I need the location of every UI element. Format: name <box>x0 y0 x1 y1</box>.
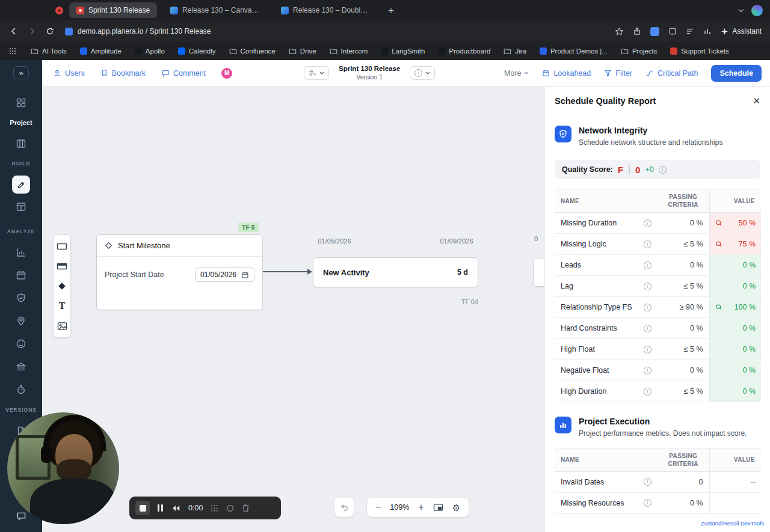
extension-icon[interactable] <box>650 27 659 36</box>
schedule-button[interactable]: Schedule <box>711 65 762 82</box>
filter-button[interactable]: Filter <box>604 69 632 78</box>
bookmark-item[interactable]: Product Demos |... <box>534 46 613 57</box>
expand-sidebar-icon[interactable]: » <box>13 66 29 79</box>
bookmark-item[interactable]: Calendly <box>173 46 221 57</box>
user-avatar[interactable]: M <box>221 68 232 79</box>
comment-button[interactable]: Comment <box>161 69 206 78</box>
bookmark-button[interactable]: Bookmark <box>100 69 146 78</box>
lookahead-label: Lookahead <box>553 69 591 78</box>
rewind-icon[interactable] <box>171 504 180 512</box>
apps-grid-icon[interactable] <box>9 47 16 55</box>
stop-button[interactable] <box>135 501 150 515</box>
chevron-down-icon[interactable] <box>738 8 744 13</box>
info-icon[interactable]: i <box>644 283 651 290</box>
tab-favicon <box>281 7 289 14</box>
info-select[interactable]: i <box>410 66 435 80</box>
rectangle-tool-icon[interactable] <box>55 239 69 254</box>
calendar-icon[interactable] <box>16 270 26 281</box>
stats-icon[interactable] <box>703 27 712 35</box>
bookmark-item[interactable]: Apollo <box>129 46 170 57</box>
circle-icon[interactable] <box>226 504 234 512</box>
bookmark-item[interactable]: Confluence <box>224 46 281 57</box>
location-icon[interactable] <box>16 316 26 326</box>
info-icon[interactable]: i <box>644 499 651 507</box>
browser-tab[interactable]: Release 130 – Double Heigh <box>274 2 378 18</box>
info-icon[interactable]: i <box>644 478 651 486</box>
devtools-link[interactable]: Zustand/Recoil DevTools <box>698 520 764 527</box>
undo-button[interactable] <box>334 498 354 517</box>
bookmark-item[interactable]: Intercom <box>324 46 374 57</box>
pause-icon[interactable] <box>158 504 163 512</box>
critical-path-button[interactable]: Critical Path <box>645 69 698 78</box>
draw-tool-active[interactable] <box>12 176 30 194</box>
grid-dots-icon[interactable] <box>211 504 218 512</box>
browser-tab-active[interactable]: Sprint 130 Release <box>69 2 157 18</box>
info-icon: i <box>414 69 422 77</box>
magnifier-icon[interactable] <box>715 219 722 227</box>
trash-icon[interactable] <box>242 504 250 512</box>
chat-icon[interactable] <box>16 512 26 521</box>
shield-check-icon[interactable] <box>16 293 26 304</box>
pencil-icon <box>16 180 26 189</box>
new-tab-button[interactable]: + <box>388 5 394 16</box>
smiley-icon[interactable] <box>16 338 26 349</box>
users-button[interactable]: Users <box>53 69 85 78</box>
cube-icon[interactable] <box>668 27 677 35</box>
passing-criteria: ≤ 5 % <box>658 234 709 255</box>
bookmark-item[interactable]: Productboard <box>433 46 496 57</box>
fit-screen-icon[interactable] <box>433 503 443 512</box>
info-icon[interactable]: i <box>644 346 651 353</box>
filter-label: Filter <box>615 69 632 78</box>
url-bar[interactable]: demo.app.planera.io / Sprint 130 Release <box>65 27 211 35</box>
calendar-icon <box>542 69 550 77</box>
bookmark-item[interactable]: Support Tickets <box>665 46 734 57</box>
browser-tab[interactable]: Release 130 – Canvas Text V <box>163 2 268 18</box>
info-icon[interactable]: i <box>644 261 651 269</box>
more-button[interactable]: More <box>504 69 529 78</box>
date-input[interactable]: 01/05/2026 <box>195 268 254 282</box>
dependency-arrow <box>263 271 307 272</box>
bookmark-item[interactable]: Projects <box>615 46 663 57</box>
text-tool-icon[interactable]: T <box>55 299 69 313</box>
board-icon[interactable] <box>16 138 26 149</box>
bank-icon[interactable] <box>16 361 26 372</box>
grid-icon[interactable] <box>16 97 26 108</box>
share-icon[interactable] <box>633 27 641 35</box>
zoom-in-button[interactable]: + <box>418 503 424 512</box>
activity-node[interactable]: New Activity 5 d <box>313 257 478 287</box>
back-icon[interactable] <box>10 27 18 35</box>
lookahead-button[interactable]: Lookahead <box>542 69 591 78</box>
info-icon[interactable]: i <box>644 388 651 396</box>
forward-icon[interactable] <box>28 27 36 35</box>
bookmark-item[interactable]: Jira <box>498 46 532 57</box>
layout-select[interactable] <box>304 66 329 80</box>
timer-icon[interactable] <box>16 384 26 395</box>
milestone-node[interactable]: Start Milestone Project Start Date 01/05… <box>96 234 263 310</box>
info-icon[interactable]: i <box>644 240 651 248</box>
info-icon[interactable]: i <box>644 219 651 227</box>
table-icon[interactable] <box>16 201 26 212</box>
chart-icon[interactable] <box>16 247 26 258</box>
zoom-out-button[interactable]: − <box>375 503 381 512</box>
bookmark-item[interactable]: LangSmith <box>375 46 430 57</box>
diamond-tool-icon[interactable] <box>55 279 69 293</box>
info-icon[interactable]: i <box>644 367 651 375</box>
bookmark-item[interactable]: Amplitude <box>75 46 127 57</box>
close-icon[interactable]: ✕ <box>753 96 760 106</box>
star-icon[interactable] <box>615 27 624 36</box>
magnifier-icon[interactable] <box>715 304 722 311</box>
assistant-button[interactable]: Assistant <box>721 27 762 35</box>
profile-avatar[interactable] <box>751 5 763 16</box>
bookmark-item[interactable]: AI Tools <box>25 46 72 57</box>
info-icon[interactable]: i <box>659 166 667 174</box>
bookmark-label: Product Demos |... <box>550 47 608 55</box>
list-icon[interactable] <box>686 27 694 35</box>
split-rectangle-tool-icon[interactable] <box>55 259 69 274</box>
settings-gear-icon[interactable]: ⚙ <box>452 503 460 512</box>
reload-icon[interactable] <box>46 27 54 35</box>
info-icon[interactable]: i <box>644 325 651 332</box>
bookmark-item[interactable]: Drive <box>283 46 322 57</box>
info-icon[interactable]: i <box>644 304 651 311</box>
magnifier-icon[interactable] <box>715 240 722 248</box>
image-tool-icon[interactable] <box>55 319 69 333</box>
